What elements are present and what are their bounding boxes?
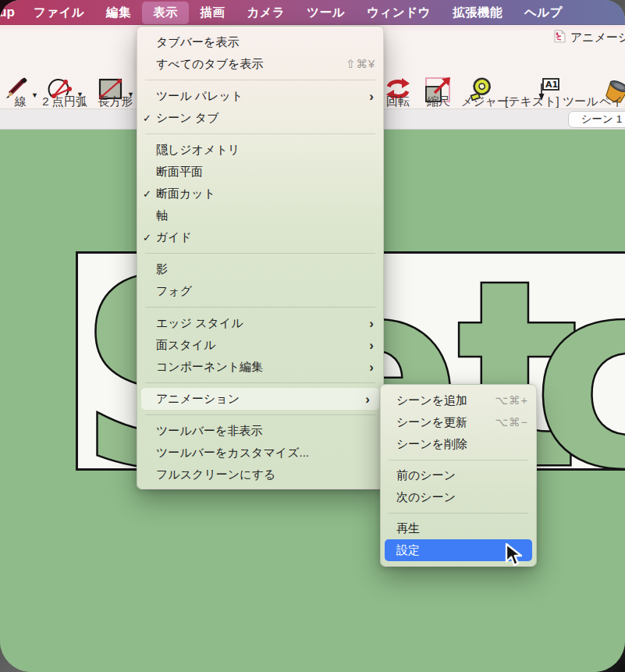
menu-item-label: シーン タブ <box>156 111 375 126</box>
tool-label: 線 <box>2 94 39 109</box>
menu-item-shortcut: ⌥⌘+ <box>495 394 528 407</box>
menubar-item[interactable]: ヘルプ <box>513 2 574 24</box>
menubar-item[interactable]: ファイル <box>23 2 95 24</box>
menu-bar: up ファイル編集表示描画カメラツールウィンドウ拡張機能ヘルプ <box>0 0 625 25</box>
menu-item[interactable]: 影 <box>137 258 383 280</box>
menubar-item[interactable]: ツール <box>296 2 356 24</box>
tool-rotate-button[interactable]: 回転 <box>379 25 417 108</box>
menu-item[interactable]: すべてのタブを表示⇧⌘¥ <box>137 53 383 75</box>
tool-label: 2 点円弧 <box>39 94 91 109</box>
menu-item-label: シーンを追加 <box>396 393 495 408</box>
submenu-chevron-icon: › <box>369 339 375 352</box>
sketchup-window: Sketc up ファイル編集表示描画カメラツールウィンドウ拡張機能ヘルプ ▼線… <box>0 0 625 672</box>
menu-item[interactable]: ツールバーを非表示 <box>137 420 383 442</box>
menu-item[interactable]: 面スタイル› <box>137 334 383 356</box>
menu-item[interactable]: ✓シーン タブ <box>137 107 383 129</box>
menu-item[interactable]: ツール パレット› <box>137 85 383 107</box>
menu-item[interactable]: 次のシーン <box>381 486 536 508</box>
menu-item[interactable]: 軸 <box>137 204 383 226</box>
menubar-item[interactable]: 描画 <box>189 2 236 24</box>
submenu-chevron-icon: › <box>369 317 375 330</box>
menu-item[interactable]: 再生 <box>381 517 536 539</box>
menu-item-label: 面スタイル <box>156 338 369 353</box>
submenu-chevron-icon: › <box>369 361 375 374</box>
menu-item[interactable]: ✓ガイド <box>137 226 383 248</box>
menu-item[interactable]: エッジ スタイル› <box>137 312 383 334</box>
submenu-chevron-icon: › <box>369 90 375 103</box>
menu-item[interactable]: コンポーネント編集› <box>137 356 383 378</box>
menu-item[interactable]: 断面平面 <box>137 161 383 183</box>
menu-item[interactable]: シーンを更新⌥⌘− <box>381 411 536 433</box>
tool-label: メジャー <box>461 94 502 109</box>
tool-scale-button[interactable]: 縮尺 <box>421 25 456 108</box>
submenu-chevron-icon: › <box>365 393 371 406</box>
tool-label: 縮尺 <box>421 94 456 109</box>
tool-label: ペイン <box>594 94 625 109</box>
menu-item-label: コンポーネント編集 <box>156 360 369 375</box>
menu-item-shortcut: ⇧⌘¥ <box>346 58 375 70</box>
mouse-cursor-icon <box>504 542 525 571</box>
menu-item-label: 軸 <box>156 208 375 223</box>
menubar-item[interactable]: 表示 <box>142 2 189 24</box>
checkmark-icon: ✓ <box>143 112 151 124</box>
menu-item[interactable]: ✓断面カット <box>137 183 383 204</box>
menu-item-label: フォグ <box>156 284 375 299</box>
menu-item-label: 再生 <box>396 521 528 536</box>
menu-item[interactable]: シーンを削除 <box>381 433 536 455</box>
menu-separator <box>145 253 375 254</box>
animation-window-title-text[interactable]: アニメーシ <box>570 30 625 45</box>
menu-item[interactable]: タブバーを表示 <box>137 31 383 53</box>
menu-item[interactable]: シーンを追加⌥⌘+ <box>381 389 536 411</box>
svg-text:A1: A1 <box>545 80 558 90</box>
menu-item-label: アニメーション <box>156 392 365 407</box>
menu-item[interactable]: フルスクリーンにする <box>137 464 383 485</box>
checkmark-icon: ✓ <box>143 188 151 200</box>
menu-item[interactable]: フォグ <box>137 280 383 302</box>
menubar-item[interactable]: ウィンドウ <box>356 2 442 24</box>
app-name-partial[interactable]: up <box>0 5 23 20</box>
menu-item[interactable]: 隠しジオメトリ <box>137 139 383 161</box>
menu-item-label: 断面平面 <box>156 165 375 180</box>
menu-separator <box>145 414 375 415</box>
tool-label: [テキスト] ツール <box>505 94 592 109</box>
menu-item-label: ツールバーを非表示 <box>156 424 375 439</box>
checkmark-icon: ✓ <box>143 232 151 244</box>
menubar-item[interactable]: 編集 <box>95 2 142 24</box>
menu-separator <box>145 133 375 134</box>
menu-item-label: すべてのタブを表示 <box>156 57 346 72</box>
animation-doc-icon <box>554 30 566 45</box>
menu-item-label: 隠しジオメトリ <box>156 143 375 158</box>
menu-separator <box>389 513 528 514</box>
model-letter: c <box>533 251 625 471</box>
tool-label: 回転 <box>379 94 417 109</box>
menu-item-label: 前のシーン <box>396 468 528 483</box>
menu-item[interactable]: アニメーション› <box>141 388 379 410</box>
menu-item[interactable]: ツールバーをカスタマイズ... <box>137 442 383 464</box>
menu-item-label: シーンを更新 <box>396 415 495 430</box>
animation-window-title: アニメーシ <box>554 30 625 45</box>
tool-rect-button[interactable]: ▼長方形 <box>94 25 137 108</box>
menu-item-label: フルスクリーンにする <box>156 468 375 482</box>
menu-item-label: ガイド <box>156 230 375 245</box>
menu-item[interactable]: 前のシーン <box>381 464 536 486</box>
menu-item-label: ツールバーをカスタマイズ... <box>156 446 375 460</box>
tool-arc-button[interactable]: ▼2 点円弧 <box>39 25 91 108</box>
animation-submenu-panel: シーンを追加⌥⌘+シーンを更新⌥⌘−シーンを削除前のシーン次のシーン再生設定 <box>380 384 537 567</box>
menu-separator <box>145 307 375 308</box>
view-menu-panel: タブバーを表示すべてのタブを表示⇧⌘¥ツール パレット›✓シーン タブ隠しジオメ… <box>137 26 384 489</box>
menubar-item[interactable]: 拡張機能 <box>442 2 513 24</box>
tool-line-button[interactable]: ▼線 <box>2 25 39 108</box>
menubar-item[interactable]: カメラ <box>236 2 296 24</box>
menu-item-label: 次のシーン <box>396 490 528 505</box>
menu-item-label: シーンを削除 <box>396 437 528 452</box>
menu-item-label: エッジ スタイル <box>156 316 369 331</box>
menu-separator <box>389 460 528 460</box>
menu-separator <box>145 382 375 383</box>
menu-item-label: タブバーを表示 <box>156 35 375 50</box>
menu-separator <box>145 80 375 80</box>
menu-item-label: ツール パレット <box>156 89 369 104</box>
scene-tab[interactable]: シーン 1 <box>568 111 625 128</box>
tool-measure-button[interactable]: メジャー <box>461 25 502 108</box>
menu-item-label: 影 <box>156 262 375 277</box>
tool-label: 長方形 <box>94 94 137 109</box>
